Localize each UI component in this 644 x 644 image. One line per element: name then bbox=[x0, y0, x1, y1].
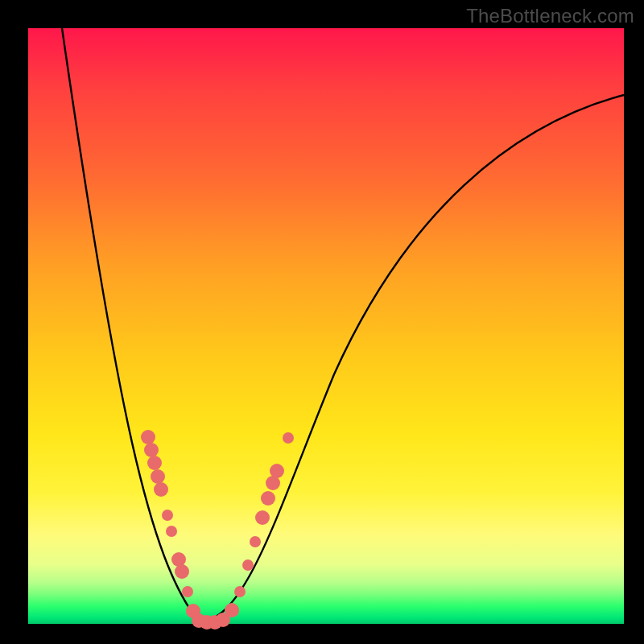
marker-dot bbox=[182, 586, 193, 597]
marker-dot bbox=[270, 464, 284, 478]
marker-dot bbox=[175, 564, 189, 579]
marker-dot bbox=[166, 526, 177, 537]
marker-dot bbox=[144, 443, 159, 457]
chart-svg bbox=[28, 28, 624, 624]
marker-dot bbox=[255, 510, 270, 525]
marker-dot bbox=[250, 536, 261, 547]
chart-plot-area bbox=[28, 28, 624, 624]
marker-dot bbox=[151, 469, 165, 484]
marker-dot bbox=[283, 432, 294, 444]
marker-dot bbox=[242, 559, 254, 571]
marker-dot bbox=[147, 456, 162, 470]
marker-dot bbox=[162, 510, 173, 521]
watermark-text: TheBottleneck.com bbox=[466, 5, 634, 27]
marker-dot bbox=[234, 586, 246, 597]
marker-dot bbox=[154, 482, 168, 497]
bottleneck-curve bbox=[62, 28, 624, 621]
marker-dot bbox=[225, 603, 239, 617]
marker-dot bbox=[141, 430, 155, 444]
marker-dot bbox=[261, 491, 275, 506]
